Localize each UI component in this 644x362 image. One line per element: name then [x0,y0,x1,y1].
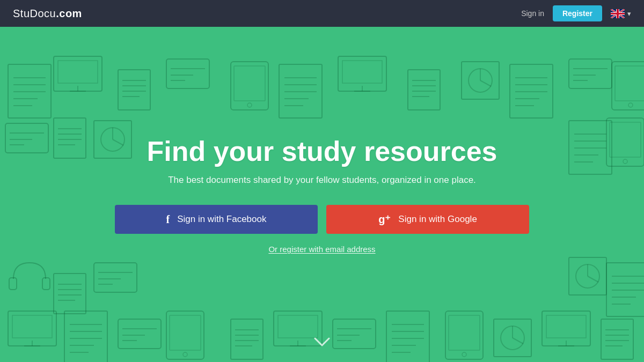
signin-link[interactable]: Sign in [521,9,544,18]
facebook-signin-button[interactable]: f Sign in with Facebook [115,205,318,234]
logo-text: StuDocu [13,8,56,19]
svg-rect-33 [0,27,43,56]
flag-icon [611,9,625,18]
hero-section: Find your study resources The best docum… [0,27,644,362]
svg-rect-24 [4,31,44,54]
svg-rect-23 [0,27,48,62]
svg-rect-20 [0,27,38,75]
svg-rect-21 [3,31,34,66]
svg-line-32 [19,46,30,51]
google-signin-label: Sign in with Google [398,214,477,225]
hero-title: Find your study resources [147,135,497,167]
email-register-link[interactable]: Or register with email address [268,245,375,254]
scroll-down-button[interactable] [314,336,330,350]
auth-buttons: f Sign in with Facebook g⁺ Sign in with … [115,205,529,234]
svg-point-30 [7,34,31,57]
facebook-signin-label: Sign in with Facebook [177,214,266,225]
svg-rect-27 [1,47,9,59]
register-button[interactable]: Register [553,5,602,21]
site-logo: StuDocu.com [13,8,82,20]
hero-content: Find your study resources The best docum… [115,135,529,254]
language-selector[interactable]: ▾ [611,9,631,18]
google-icon: g⁺ [378,213,391,226]
google-signin-button[interactable]: g⁺ Sign in with Google [326,205,529,234]
logo-suffix: .com [56,8,82,19]
svg-rect-8 [611,13,625,14]
svg-rect-14 [0,27,43,80]
svg-rect-9 [0,27,32,67]
chevron-down-icon [314,337,330,347]
svg-point-22 [17,68,21,72]
navbar-right: Sign in Register ▾ [521,5,631,21]
svg-rect-28 [34,47,42,59]
navbar: StuDocu.com Sign in Register ▾ [0,0,644,27]
svg-rect-29 [0,27,38,64]
lang-label: ▾ [627,10,631,18]
hero-subtitle: The best documents shared by your fellow… [168,175,476,186]
facebook-icon: f [166,213,170,226]
